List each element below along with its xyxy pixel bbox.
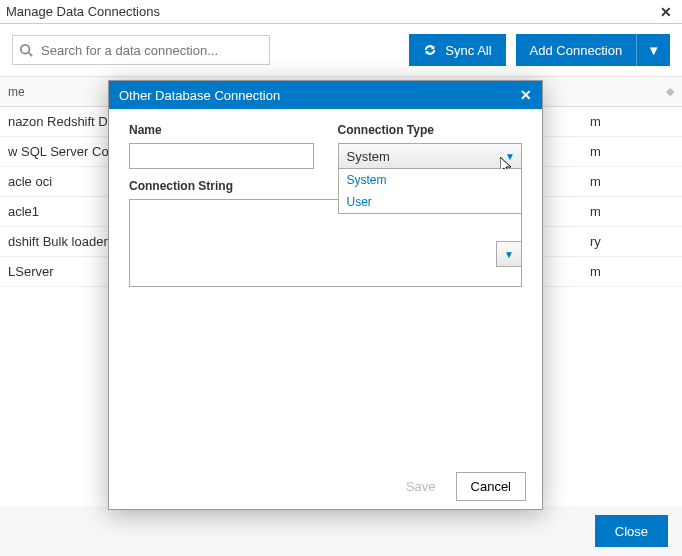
search-box[interactable]: [12, 35, 270, 65]
window-close-icon[interactable]: ✕: [656, 4, 676, 20]
chevron-down-icon: ▼: [647, 43, 660, 58]
name-label: Name: [129, 123, 314, 137]
list-item-right: m: [582, 204, 682, 219]
dialog-header: Other Database Connection ✕: [109, 81, 542, 109]
connection-type-option-user[interactable]: User: [339, 191, 522, 213]
sync-icon: [423, 43, 437, 57]
dialog-body: Name Connection Type System ▼ System Use…: [109, 109, 542, 463]
add-connection-label: Add Connection: [530, 43, 623, 58]
search-icon: [19, 43, 33, 57]
svg-point-0: [21, 45, 30, 54]
connection-type-select[interactable]: System ▼: [338, 143, 523, 169]
svg-line-1: [29, 53, 33, 57]
close-button[interactable]: Close: [595, 515, 668, 547]
other-database-connection-dialog: Other Database Connection ✕ Name Connect…: [108, 80, 543, 510]
list-item-right: ry: [582, 234, 682, 249]
list-item-right: m: [582, 144, 682, 159]
sort-icon: ◆: [666, 85, 674, 98]
dialog-close-icon[interactable]: ✕: [520, 87, 532, 103]
add-connection-dropdown-button[interactable]: ▼: [636, 34, 670, 66]
chevron-down-icon: ▼: [505, 151, 515, 162]
name-input[interactable]: [129, 143, 314, 169]
add-connection-button[interactable]: Add Connection: [516, 34, 637, 66]
list-item-right: m: [582, 264, 682, 279]
chevron-down-icon: ▼: [504, 249, 514, 260]
sync-all-label: Sync All: [445, 43, 491, 58]
cancel-button[interactable]: Cancel: [456, 472, 526, 501]
window-title: Manage Data Connections: [6, 4, 160, 19]
column-header-right[interactable]: ◆: [572, 85, 682, 98]
connection-type-selected-value: System: [347, 149, 390, 164]
list-item-right: m: [582, 174, 682, 189]
dialog-footer: Save Cancel: [109, 463, 542, 509]
save-button: Save: [396, 473, 446, 500]
window-footer: Close: [0, 506, 682, 556]
dialog-title: Other Database Connection: [119, 88, 280, 103]
add-connection-group: Add Connection ▼: [516, 34, 670, 66]
toolbar: Sync All Add Connection ▼: [0, 24, 682, 77]
window-titlebar: Manage Data Connections ✕: [0, 0, 682, 24]
list-item-right: m: [582, 114, 682, 129]
connection-type-dropdown: System User: [338, 169, 523, 214]
search-input[interactable]: [39, 42, 263, 59]
sync-all-button[interactable]: Sync All: [409, 34, 505, 66]
connection-type-label: Connection Type: [338, 123, 523, 137]
connection-type-option-system[interactable]: System: [339, 169, 522, 191]
connection-string-options-button[interactable]: ▼: [496, 241, 522, 267]
